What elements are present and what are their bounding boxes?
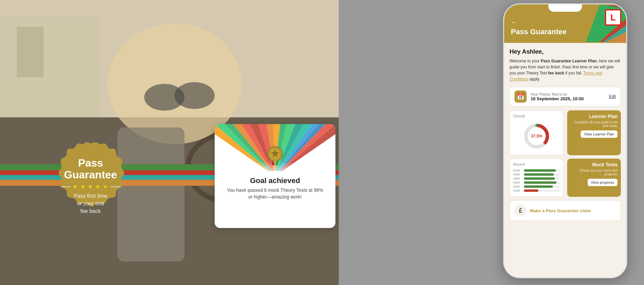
bar-row-5: 23/03: [513, 185, 560, 188]
svg-rect-32: [273, 160, 277, 162]
learner-plan-card: Learner Plan Complete all your goals to …: [567, 110, 621, 155]
phone-frame: L ← Pass Guarantee Hey Ashlee, Welcome t…: [503, 3, 627, 278]
bar-track-3: [524, 177, 560, 180]
badge-divider: ★ ★ ★ ★ ★: [61, 183, 120, 190]
bar-date-2: 19/04: [513, 173, 523, 176]
recent-row: Recent 01/05 19/04: [509, 159, 621, 197]
claim-icon: £: [515, 205, 527, 217]
bar-row-2: 19/04: [513, 173, 560, 176]
bar-date-3: 10/04: [513, 177, 523, 180]
medal-icon: [265, 145, 285, 168]
divider-line-left: [61, 186, 71, 187]
bar-fill-3: [524, 177, 555, 180]
divider-line-right: [110, 186, 120, 187]
mock-tests-card: Mock Tests Check out your mock test prog…: [567, 159, 621, 197]
svg-point-40: [535, 124, 538, 127]
goal-card-content: Goal achieved You have passed 6 mock The…: [215, 171, 335, 206]
bar-fill-6: [524, 189, 538, 192]
l-plate: L: [605, 9, 621, 25]
badge-stars: ★ ★ ★ ★ ★: [73, 183, 108, 190]
svg-rect-6: [17, 27, 44, 77]
medal-svg: [265, 145, 285, 166]
badge-subtitle: Pass first time or your test fee back: [61, 192, 120, 215]
test-info-text: Your Theory Test is on 16 September 2025…: [531, 92, 605, 101]
overall-card: Overall 37.5%: [509, 110, 564, 155]
view-learner-plan-button[interactable]: View Learner Plan: [581, 130, 618, 138]
phone-notch: [548, 4, 582, 12]
overall-label: Overall: [513, 114, 560, 118]
test-info-date: 16 September 2025, 10:00: [531, 96, 605, 101]
bar-date-1: 01/05: [513, 169, 523, 172]
bar-track-6: [524, 189, 560, 192]
goal-achieved-card: Goal achieved You have passed 6 mock The…: [215, 124, 335, 228]
donut-percentage: 37.5%: [531, 134, 542, 138]
mini-bars: 01/05 19/04: [513, 169, 560, 192]
badge-shape-container: Pass Guarantee ★ ★ ★ ★ ★ Pass first time…: [44, 141, 138, 231]
bar-date-6: 22/03: [513, 189, 523, 192]
pass-guarantee-badge: Pass Guarantee ★ ★ ★ ★ ★ Pass first time…: [44, 141, 138, 231]
bar-date-5: 23/03: [513, 185, 523, 188]
goal-card-title: Goal achieved: [223, 176, 327, 185]
bar-date-4: 03/04: [513, 181, 523, 184]
bar-row-4: 03/04: [513, 181, 560, 184]
welcome-text: Welcome to your Pass Guarantee Learner P…: [509, 58, 621, 82]
goal-card-description: You have passed 6 mock Theory Tests at 9…: [223, 187, 327, 200]
bar-fill-5: [524, 185, 553, 188]
svg-rect-5: [0, 17, 101, 117]
phone-screen: L ← Pass Guarantee Hey Ashlee, Welcome t…: [504, 4, 626, 277]
learner-plan-subtitle: Complete all your goals to be test ready: [571, 120, 618, 128]
bar-row-6: 22/03: [513, 189, 560, 192]
mock-tests-title: Mock Tests: [592, 162, 618, 167]
phone-mockup: L ← Pass Guarantee Hey Ashlee, Welcome t…: [503, 3, 627, 278]
bar-track-1: [524, 169, 560, 172]
bar-fill-2: [524, 173, 554, 176]
recent-label: Recent: [513, 162, 560, 166]
bar-track-4: [524, 181, 560, 184]
recent-card: Recent 01/05 19/04: [509, 159, 564, 197]
badge-content: Pass Guarantee ★ ★ ★ ★ ★ Pass first time…: [54, 151, 127, 222]
svg-point-8: [174, 82, 215, 109]
calendar-icon: 📅: [515, 91, 527, 103]
bar-track-5: [524, 185, 560, 188]
test-info-label: Your Theory Test is on: [531, 92, 605, 96]
claim-label: Make a Pass Guarantee claim: [530, 208, 591, 213]
bar-row-3: 10/04: [513, 177, 560, 180]
greeting: Hey Ashlee,: [509, 48, 621, 55]
bar-fill-1: [524, 169, 556, 172]
bar-row-1: 01/05: [513, 169, 560, 172]
phone-content: Hey Ashlee, Welcome to your Pass Guarant…: [504, 43, 626, 226]
learner-plan-title: Learner Plan: [589, 114, 618, 119]
overall-row: Overall 37.5%: [509, 110, 621, 155]
theory-test-box: 📅 Your Theory Test is on 16 September 20…: [509, 87, 621, 106]
edit-button[interactable]: Edit: [609, 94, 616, 99]
bar-track-2: [524, 173, 560, 176]
bar-fill-4: [524, 181, 556, 184]
goal-card-banner: [215, 124, 335, 171]
mock-tests-subtitle: Check out your mock test progress: [571, 169, 618, 176]
badge-title: Pass Guarantee: [61, 157, 120, 181]
donut-chart: 37.5%: [513, 121, 560, 152]
view-progress-button[interactable]: View progress: [588, 179, 618, 186]
claim-row[interactable]: £ Make a Pass Guarantee claim: [509, 200, 621, 221]
